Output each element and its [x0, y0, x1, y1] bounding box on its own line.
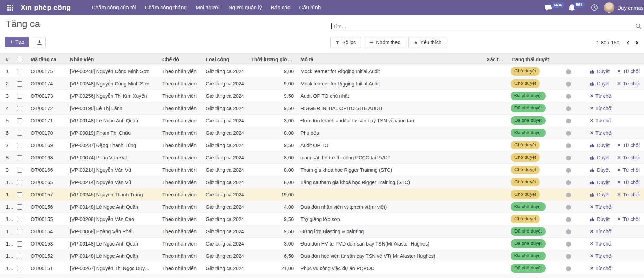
table-row[interactable]: 11 OT/00157 [VP-00245] Nguyễn Thành Trun… [0, 188, 644, 201]
refuse-button[interactable]: × Từ chối [617, 142, 640, 148]
col-header-select-all[interactable] [14, 54, 27, 65]
table-row[interactable]: 17 OT/00151 [VP-00267] Nguyễn Thị Ngọc D… [0, 262, 644, 275]
activity-dot[interactable] [566, 217, 571, 222]
notifications-button[interactable]: 561 [569, 4, 585, 11]
app-title[interactable]: Xin phép công [21, 3, 71, 12]
select-all-checkbox[interactable] [17, 57, 22, 62]
refuse-button[interactable]: × Từ chối [590, 130, 612, 136]
activity-dot[interactable] [566, 143, 571, 148]
filters-button[interactable]: Bộ lọc [330, 37, 361, 48]
row-checkbox[interactable] [17, 241, 22, 247]
col-header-description[interactable]: Mô tả [297, 54, 483, 65]
refuse-button[interactable]: × Từ chối [617, 155, 640, 160]
row-checkbox[interactable] [17, 131, 22, 136]
table-row[interactable]: 5 OT/00171 [VP-00148] Lê Ngọc Anh Quân T… [0, 115, 644, 127]
row-checkbox[interactable] [17, 217, 22, 222]
row-checkbox[interactable] [17, 118, 22, 123]
refuse-button[interactable]: × Từ chối [590, 93, 612, 99]
refuse-button[interactable]: × Từ chối [617, 81, 640, 87]
refuse-button[interactable]: × Từ chối [617, 179, 640, 185]
favorites-button[interactable]: ★ Yêu thích [408, 37, 446, 48]
approve-button[interactable]: Duyệt [590, 180, 610, 185]
pager-previous-button[interactable]: ‹ [623, 38, 632, 47]
table-row[interactable] [0, 275, 644, 278]
search-input[interactable] [332, 23, 635, 29]
search-icon[interactable] [635, 23, 641, 29]
activities-button[interactable] [591, 4, 598, 11]
activity-dot[interactable] [566, 266, 571, 271]
col-header-index[interactable]: # [0, 54, 14, 65]
table-row[interactable]: 3 OT/00173 [VP-00256] Nguyễn Thị Kim Xuy… [0, 90, 644, 102]
approve-button[interactable]: Duyệt [590, 155, 610, 160]
table-row[interactable]: 16 OT/00152 [VP-00148] Lê Ngọc Anh Quân … [0, 250, 644, 262]
activity-dot[interactable] [566, 119, 571, 123]
row-checkbox[interactable] [17, 192, 22, 197]
refuse-button[interactable]: × Từ chối [617, 216, 640, 222]
row-checkbox[interactable] [17, 155, 22, 160]
menu-moi-nguoi[interactable]: Mọi người [191, 0, 224, 15]
search-bar[interactable] [330, 21, 642, 32]
refuse-button[interactable]: × Từ chối [617, 68, 640, 74]
approve-button[interactable]: Duyệt [590, 192, 610, 197]
col-header-mode[interactable]: Chế độ [159, 54, 202, 65]
refuse-button[interactable]: × Từ chối [590, 265, 612, 271]
row-checkbox[interactable] [17, 69, 22, 74]
col-header-employee[interactable]: Nhân viên [67, 54, 159, 65]
menu-cham-cong-cua-toi[interactable]: Chấm công của tôi [87, 0, 140, 15]
groupby-button[interactable]: Nhóm theo [364, 37, 405, 48]
refuse-button[interactable]: × Từ chối [590, 228, 612, 234]
activity-dot[interactable] [566, 205, 571, 210]
col-header-code[interactable]: Mã tăng ca [27, 54, 67, 65]
apps-menu-button[interactable] [5, 2, 15, 13]
approve-button[interactable]: Duyệt [590, 216, 610, 222]
refuse-button[interactable]: × Từ chối [590, 253, 612, 259]
table-row[interactable]: 15 OT/00153 [VP-00148] Lê Ngọc Anh Quân … [0, 238, 644, 250]
refuse-button[interactable]: × Từ chối [617, 191, 640, 197]
col-header-hours[interactable]: Thời lượng giờ… [248, 54, 297, 65]
refuse-button[interactable]: × Từ chối [590, 204, 612, 210]
menu-cham-cong-thang[interactable]: Chấm công tháng [140, 0, 191, 15]
refuse-button[interactable]: × Từ chối [617, 167, 640, 173]
activity-dot[interactable] [566, 131, 571, 136]
approve-button[interactable]: Duyệt [590, 69, 610, 74]
user-menu[interactable]: Duy enmas [604, 2, 643, 13]
col-header-work-type[interactable]: Loại công [202, 54, 248, 65]
table-row[interactable]: 4 OT/00172 [VP-00190] Lê Thị Lãnh Theo n… [0, 102, 644, 115]
activity-dot[interactable] [566, 168, 571, 173]
activity-dot[interactable] [566, 69, 571, 74]
activity-dot[interactable] [566, 156, 571, 160]
row-checkbox[interactable] [17, 204, 22, 210]
row-checkbox[interactable] [17, 168, 22, 173]
activity-dot[interactable] [566, 94, 571, 99]
refuse-button[interactable]: × Từ chối [590, 118, 612, 123]
row-checkbox[interactable] [17, 81, 22, 87]
row-checkbox[interactable] [17, 266, 22, 271]
activity-dot[interactable] [566, 193, 571, 197]
table-row[interactable]: 2 OT/00174 [VP-00248] Nguyễn Công Minh S… [0, 78, 644, 90]
col-header-verify[interactable]: Xác thực… [483, 54, 507, 65]
row-checkbox[interactable] [17, 229, 22, 234]
export-button[interactable] [33, 37, 46, 48]
activity-dot[interactable] [566, 82, 571, 87]
approve-button[interactable]: Duyệt [590, 143, 610, 148]
activity-dot[interactable] [566, 180, 571, 185]
table-row[interactable]: 10 OT/00165 [VP-00214] Nguyễn Văn Vũ The… [0, 176, 644, 188]
approve-button[interactable]: Duyệt [590, 81, 610, 87]
pager-next-button[interactable]: › [632, 38, 641, 47]
create-button[interactable]: + Tạo [5, 37, 29, 47]
row-checkbox[interactable] [17, 94, 22, 99]
table-row[interactable]: 6 OT/00170 [VP-00019] Phạm Thị Châu Theo… [0, 127, 644, 139]
table-row[interactable]: 12 OT/00156 [VP-00148] Lê Ngọc Anh Quân … [0, 201, 644, 213]
table-row[interactable]: 14 OT/00154 [VP-00068] Hoàng Văn Phái Th… [0, 225, 644, 238]
col-header-status[interactable]: Trạng thái duyệt [507, 54, 563, 65]
row-checkbox[interactable] [17, 254, 22, 259]
table-row[interactable]: 9 OT/00166 [VP-00214] Nguyễn Văn Vũ Theo… [0, 164, 644, 176]
approve-button[interactable]: Duyệt [590, 167, 610, 173]
refuse-button[interactable]: × Từ chối [590, 105, 612, 111]
activity-dot[interactable] [566, 254, 571, 259]
table-row[interactable]: 7 OT/00169 [VP-00237] Đặng Thanh Tùng Th… [0, 139, 644, 151]
activity-dot[interactable] [566, 242, 571, 247]
table-row[interactable]: 8 OT/00168 [VP-00074] Phan Văn Đạt Theo … [0, 151, 644, 164]
activity-dot[interactable] [566, 229, 571, 234]
row-checkbox[interactable] [17, 180, 22, 185]
